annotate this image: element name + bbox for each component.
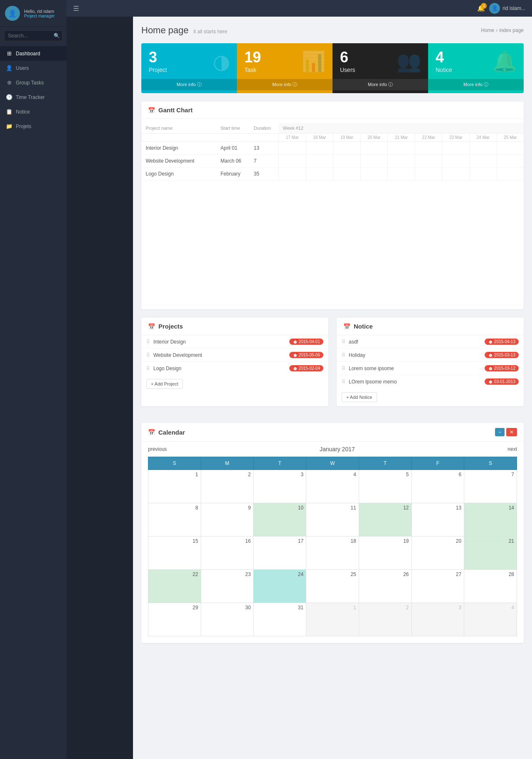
stat-card-task: 19 Task 📊 More info ⓘ — [237, 43, 332, 93]
gantt-row: Interior Design April 01 13 — [142, 142, 524, 155]
calendar-cell[interactable]: 1 — [148, 470, 201, 503]
calendar-minus-button[interactable]: − — [495, 428, 505, 436]
cal-day-number: 15 — [151, 538, 198, 544]
calendar-cell[interactable]: 2 — [201, 470, 254, 503]
cal-day-number: 1 — [151, 472, 198, 477]
calendar-cell[interactable]: 2 — [359, 603, 411, 636]
add-project-button[interactable]: + Add Project — [146, 379, 183, 389]
calendar-controls: − ✕ — [495, 428, 517, 436]
notice-name-3: LOrem Ipsome memo — [349, 379, 481, 385]
calendar-next-button[interactable]: next — [507, 446, 517, 452]
stat-footer-users[interactable]: More info ⓘ — [332, 79, 428, 90]
calendar-cell[interactable]: 20 — [411, 536, 464, 570]
calendar-cell[interactable]: 23 — [201, 570, 254, 603]
calendar-cell[interactable]: 4 — [464, 603, 517, 636]
breadcrumb-home[interactable]: Home — [481, 27, 494, 33]
stat-footer-project[interactable]: More info ⓘ — [141, 79, 237, 90]
calendar-cell[interactable]: 31 — [254, 603, 306, 636]
calendar-cell[interactable]: 10 — [254, 503, 306, 536]
calendar-cell[interactable]: 26 — [359, 570, 411, 603]
calendar-cell[interactable]: 16 — [201, 536, 254, 570]
cal-day-number: 3 — [414, 605, 462, 611]
calendar-cell[interactable]: 7 — [464, 470, 517, 503]
stat-card-project: 3 Project ◑ More info ⓘ — [141, 43, 237, 93]
calendar-cell[interactable]: 4 — [306, 470, 359, 503]
calendar-cell[interactable]: 15 — [148, 536, 201, 570]
calendar-cell[interactable]: 11 — [306, 503, 359, 536]
sidebar-item-label-users: Users — [16, 65, 29, 71]
topbar-username: rid islam... — [502, 5, 525, 11]
drag-handle-icon: ⠿ — [146, 352, 150, 358]
gantt-duration-0: 13 — [250, 142, 279, 155]
gantt-icon: 📅 — [148, 107, 155, 114]
calendar-cell[interactable]: 25 — [306, 570, 359, 603]
cal-day-number: 18 — [309, 538, 356, 544]
cal-day-header-w: W — [306, 457, 359, 470]
notification-bell[interactable]: 🔔 1 — [477, 5, 485, 12]
drag-handle-icon: ⠿ — [146, 339, 150, 345]
list-item: ⠿ Interior Design ⏰ 2015-04-01 — [141, 335, 328, 349]
cal-day-header-f: F — [411, 457, 464, 470]
sidebar-item-label-notice: Notice — [16, 109, 30, 115]
cal-day-number: 19 — [362, 538, 409, 544]
calendar-cell[interactable]: 30 — [201, 603, 254, 636]
calendar-cell[interactable]: 5 — [359, 470, 411, 503]
main-content: Home page it all starts here Home › inde… — [133, 17, 532, 759]
cal-day-number: 9 — [204, 505, 251, 511]
stat-icon-project: ◑ — [213, 50, 230, 73]
calendar-cell[interactable]: 9 — [201, 503, 254, 536]
calendar-cell[interactable]: 6 — [411, 470, 464, 503]
calendar-cell[interactable]: 13 — [411, 503, 464, 536]
notice-name-1: Holiday — [349, 352, 481, 358]
calendar-cell[interactable]: 8 — [148, 503, 201, 536]
sidebar-item-time-tracker[interactable]: 🕐 Time Tracker — [0, 90, 66, 104]
topbar-user[interactable]: 👤 rid islam... — [489, 3, 525, 14]
stat-footer-task[interactable]: More info ⓘ — [237, 79, 332, 90]
sidebar-item-projets[interactable]: 📁 Projets — [0, 119, 66, 134]
calendar-icon: 📅 — [148, 429, 155, 435]
group-tasks-icon: ⊕ — [6, 79, 12, 86]
stat-footer-notice[interactable]: More info ⓘ — [428, 79, 524, 90]
calendar-prev-button[interactable]: previous — [148, 446, 167, 452]
sidebar-item-users[interactable]: 👤 Users — [0, 61, 66, 75]
calendar-cell[interactable]: 3 — [254, 470, 306, 503]
gantt-start-2: February — [217, 168, 250, 180]
cal-day-number: 4 — [467, 605, 514, 611]
calendar-cell[interactable]: 12 — [359, 503, 411, 536]
calendar-cell[interactable]: 28 — [464, 570, 517, 603]
gantt-empty-space — [142, 180, 524, 305]
calendar-grid: S M T W T F S 12345678910111213141516171… — [148, 457, 517, 636]
calendar-cell[interactable]: 27 — [411, 570, 464, 603]
calendar-cell[interactable]: 21 — [464, 536, 517, 570]
notification-badge: 1 — [481, 3, 487, 9]
calendar-cell[interactable]: 1 — [306, 603, 359, 636]
add-notice-button[interactable]: + Add Notice — [342, 392, 377, 402]
cal-day-number: 28 — [467, 571, 514, 577]
calendar-cell[interactable]: 17 — [254, 536, 306, 570]
calendar-cell[interactable]: 22 — [148, 570, 201, 603]
calendar-cell[interactable]: 14 — [464, 503, 517, 536]
gantt-duration-1: 7 — [250, 155, 279, 168]
gantt-body: Project name Start time Duration Week #1… — [141, 119, 524, 309]
hamburger-icon[interactable]: ☰ — [73, 5, 79, 12]
calendar-x-button[interactable]: ✕ — [506, 428, 517, 436]
sidebar-item-group-tasks[interactable]: ⊕ Group Tasks — [0, 75, 66, 90]
sidebar-item-dashboard[interactable]: ⊞ Dashboard — [0, 46, 66, 61]
calendar-cell[interactable]: 3 — [411, 603, 464, 636]
time-tracker-icon: 🕐 — [6, 94, 12, 100]
cal-day-number: 6 — [414, 472, 462, 477]
project-name-1: Website Development — [153, 352, 286, 358]
badge-clock-icon: ⏰ — [293, 366, 298, 371]
breadcrumb-sep: › — [496, 27, 498, 33]
cal-day-header-s2: S — [464, 457, 517, 470]
calendar-cell[interactable]: 18 — [306, 536, 359, 570]
calendar-cell[interactable]: 24 — [254, 570, 306, 603]
gantt-date-4: 21 Mar — [388, 134, 415, 142]
sidebar-item-notice[interactable]: 📋 Notice — [0, 104, 66, 119]
project-date-badge-1: ⏰ 2015-05-06 — [289, 352, 323, 358]
calendar-cell[interactable]: 29 — [148, 603, 201, 636]
calendar-grid-wrap: S M T W T F S 12345678910111213141516171… — [141, 457, 524, 643]
cal-day-number: 22 — [151, 571, 198, 577]
calendar-cell[interactable]: 19 — [359, 536, 411, 570]
cal-day-header-t2: T — [359, 457, 411, 470]
